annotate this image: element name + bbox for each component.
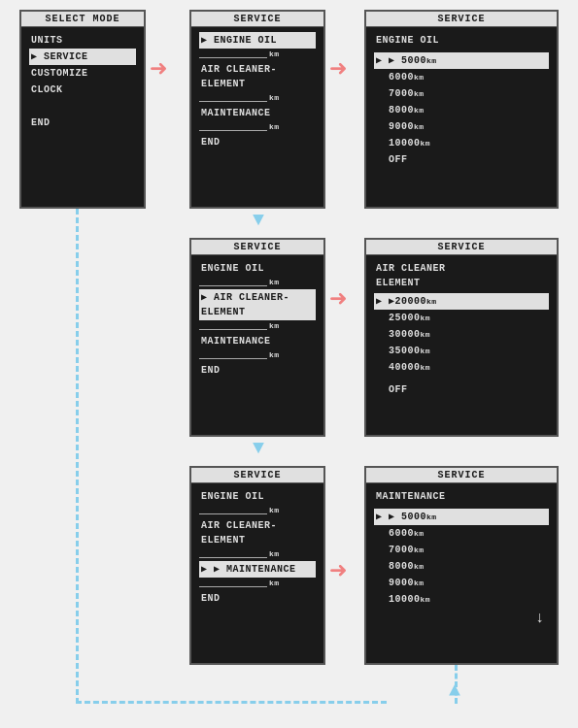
maint-val-10000[interactable]: 10000km <box>374 591 549 608</box>
end-item[interactable]: END <box>29 115 136 131</box>
maintenance-item-1[interactable]: MAINTENANCE <box>199 105 316 121</box>
maintenance-label: MAINTENANCE <box>374 488 549 505</box>
maintenance-screen: SERVICE MAINTENANCE ▶ 5000km 6000km 7000… <box>364 466 559 665</box>
arrow-right-4: ➜ <box>329 558 347 587</box>
dashed-line-right-bottom <box>455 665 458 704</box>
maintenance-title: SERVICE <box>366 468 557 483</box>
arrow-right-3: ➜ <box>329 286 347 315</box>
down-arrow-indicator: ↓ <box>374 610 549 627</box>
customize-item[interactable]: CUSTOMIZE <box>29 65 136 82</box>
val-6000[interactable]: 6000km <box>374 69 549 85</box>
maint-val-8000[interactable]: 8000km <box>374 558 549 575</box>
maint-val-5000[interactable]: ▶ 5000km <box>374 509 549 525</box>
val-35000[interactable]: 35000km <box>374 343 549 359</box>
val-off-2[interactable]: OFF <box>374 381 549 398</box>
val-30000[interactable]: 30000km <box>374 326 549 343</box>
val-8000[interactable]: 8000km <box>374 102 549 118</box>
service-screen-2: SERVICE ENGINE OIL km AIR CLEANER-ELEMEN… <box>189 238 325 437</box>
val-25000[interactable]: 25000km <box>374 310 549 326</box>
engine-oil-screen: SERVICE ENGINE OIL ▶ 5000km 6000km 7000k… <box>364 10 559 209</box>
service-screen-3: SERVICE ENGINE OIL km AIR CLEANER-ELEMEN… <box>189 466 325 665</box>
service-title-1: SERVICE <box>191 12 323 27</box>
service-screen-1: SERVICE ENGINE OIL km AIR CLEANER-ELEMEN… <box>189 10 325 209</box>
select-mode-screen: SELECT MODE UNITS ▶ SERVICE CUSTOMIZE CL… <box>19 10 146 209</box>
val-off-1[interactable]: OFF <box>374 151 549 168</box>
air-cleaner-item-1[interactable]: AIR CLEANER-ELEMENT <box>199 61 316 92</box>
air-cleaner-label: AIR CLEANERELEMENT <box>374 260 549 291</box>
air-cleaner-title: SERVICE <box>366 240 557 255</box>
maint-val-9000[interactable]: 9000km <box>374 575 549 591</box>
down-arrow-2: ▼ <box>253 437 264 459</box>
select-mode-title: SELECT MODE <box>21 12 144 27</box>
maint-val-7000[interactable]: 7000km <box>374 542 549 558</box>
end-item-1[interactable]: END <box>199 134 316 150</box>
down-arrow-1: ▼ <box>253 209 264 231</box>
clock-item[interactable]: CLOCK <box>29 82 136 98</box>
engine-oil-item-2[interactable]: ENGINE OIL <box>199 260 316 277</box>
dashed-line-left <box>76 209 79 704</box>
end-item-3[interactable]: END <box>199 590 316 607</box>
engine-oil-title: SERVICE <box>366 12 557 27</box>
dashed-line-bottom <box>76 701 387 704</box>
spacer-item <box>29 98 136 115</box>
val-40000[interactable]: 40000km <box>374 359 549 376</box>
val-9000[interactable]: 9000km <box>374 118 549 135</box>
end-item-2[interactable]: END <box>199 362 316 379</box>
service-title-3: SERVICE <box>191 468 323 483</box>
maintenance-item-3[interactable]: ▶ MAINTENANCE <box>199 561 316 578</box>
engine-oil-item-3[interactable]: ENGINE OIL <box>199 488 316 505</box>
val-5000[interactable]: ▶ 5000km <box>374 52 549 69</box>
val-10000[interactable]: 10000km <box>374 135 549 151</box>
arrow-right-2: ➜ <box>329 56 347 85</box>
val-20000[interactable]: ▶20000km <box>374 293 549 310</box>
engine-oil-item-1[interactable]: ENGINE OIL <box>199 32 316 49</box>
service-title-2: SERVICE <box>191 240 323 255</box>
val-7000[interactable]: 7000km <box>374 85 549 102</box>
air-cleaner-screen: SERVICE AIR CLEANERELEMENT ▶20000km 2500… <box>364 238 559 437</box>
maint-val-6000[interactable]: 6000km <box>374 525 549 542</box>
air-cleaner-item-3[interactable]: AIR CLEANER-ELEMENT <box>199 517 316 548</box>
maintenance-item-2[interactable]: MAINTENANCE <box>199 333 316 349</box>
air-cleaner-item-2[interactable]: AIR CLEANER-ELEMENT <box>199 289 316 320</box>
service-item[interactable]: ▶ SERVICE <box>29 49 136 65</box>
arrow-right-1: ➜ <box>150 56 167 85</box>
units-item[interactable]: UNITS <box>29 32 136 49</box>
engine-oil-label: ENGINE OIL <box>374 32 549 49</box>
